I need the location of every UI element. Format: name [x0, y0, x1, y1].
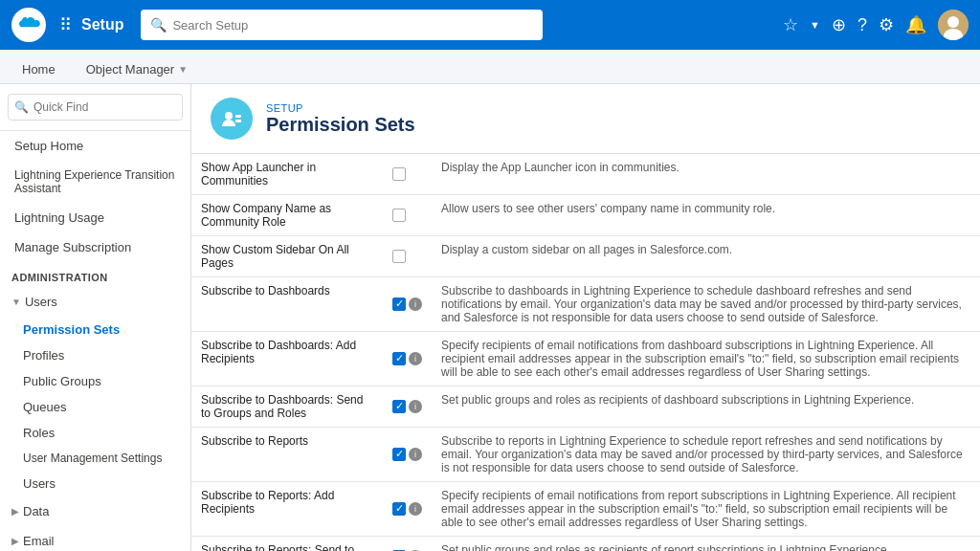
tab-bar: Home Object Manager ▼ — [0, 50, 980, 84]
permission-checkbox[interactable] — [392, 400, 406, 413]
permission-description: Specify recipients of email notification… — [432, 332, 980, 386]
sidebar-item-lightning-transition[interactable]: Lightning Experience Transition Assistan… — [0, 161, 190, 203]
permission-checkbox[interactable] — [392, 352, 406, 365]
sidebar-search-area: 🔍 — [0, 84, 190, 131]
permission-checkbox-cell: i — [383, 482, 432, 537]
permission-checkbox[interactable] — [392, 250, 406, 263]
permission-checkbox-cell — [383, 154, 432, 195]
sidebar-item-setup-home[interactable]: Setup Home — [0, 131, 190, 161]
table-row: Show Company Name as Community RoleAllow… — [191, 195, 980, 236]
sidebar-collapsible-email[interactable]: ▶ Email — [0, 526, 190, 551]
search-input[interactable] — [172, 18, 533, 33]
sidebar-item-lightning-usage[interactable]: Lightning Usage — [0, 203, 190, 232]
table-row: Subscribe to DashboardsiSubscribe to das… — [191, 277, 980, 332]
permission-description: Display the App Launcher icon in communi… — [432, 154, 980, 195]
chevron-down-icon: ▼ — [11, 297, 21, 307]
permission-name: Subscribe to Dashboards — [191, 277, 383, 332]
permission-name: Subscribe to Dashboards: Add Recipients — [191, 332, 383, 386]
sidebar-search-icon: 🔍 — [14, 100, 29, 114]
permission-description: Allow users to see other users' company … — [432, 195, 980, 236]
svg-rect-4 — [235, 115, 241, 118]
content-body: Show App Launcher in CommunitiesDisplay … — [191, 154, 980, 551]
permission-description: Subscribe to dashboards in Lightning Exp… — [432, 277, 980, 332]
permission-description: Specify recipients of email notification… — [432, 482, 980, 537]
sidebar-item-public-groups[interactable]: Public Groups — [0, 368, 190, 394]
sidebar-item-users[interactable]: Users — [0, 471, 190, 496]
star-icon[interactable]: ☆ — [783, 14, 798, 35]
sidebar-section-administration: ADMINISTRATION — [0, 262, 190, 287]
permission-checkbox[interactable] — [392, 209, 406, 222]
permission-description: Display a custom sidebar on all pages in… — [432, 236, 980, 277]
bell-icon[interactable]: 🔔 — [905, 14, 926, 35]
permissions-table: Show App Launcher in CommunitiesDisplay … — [191, 154, 980, 551]
app-title: Setup — [81, 16, 123, 33]
info-icon[interactable]: i — [409, 352, 422, 365]
info-icon[interactable]: i — [409, 400, 422, 413]
page-title: Permission Sets — [266, 114, 415, 136]
table-row: Show App Launcher in CommunitiesDisplay … — [191, 154, 980, 195]
sidebar-item-roles[interactable]: Roles — [0, 420, 190, 446]
salesforce-logo — [11, 8, 46, 42]
table-row: Subscribe to ReportsiSubscribe to report… — [191, 428, 980, 482]
permission-name: Subscribe to Dashboards: Send to Groups … — [191, 386, 383, 428]
permission-checkbox-cell: i — [383, 332, 432, 386]
table-row: Subscribe to Reports: Send to Groups and… — [191, 537, 980, 552]
chevron-right-icon: ▶ — [11, 506, 19, 517]
tab-object-manager[interactable]: Object Manager ▼ — [72, 55, 202, 83]
permission-checkbox-cell: i — [383, 428, 432, 482]
chevron-right-icon: ▶ — [11, 536, 19, 546]
permission-name: Subscribe to Reports: Add Recipients — [191, 482, 383, 537]
table-row: Subscribe to Dashboards: Add Recipientsi… — [191, 332, 980, 386]
content-area: SETUP Permission Sets Show App Launcher … — [191, 84, 980, 551]
info-icon[interactable]: i — [409, 502, 422, 516]
content-header: SETUP Permission Sets — [191, 84, 980, 154]
top-navigation: ⠿ Setup 🔍 ☆ ▼ ⊕ ? ⚙ 🔔 — [0, 0, 980, 50]
search-icon: 🔍 — [150, 17, 167, 33]
add-icon[interactable]: ⊕ — [832, 14, 846, 35]
permission-checkbox[interactable] — [392, 502, 406, 516]
help-icon[interactable]: ? — [858, 15, 867, 35]
permission-checkbox[interactable] — [392, 167, 406, 181]
star-dropdown-icon[interactable]: ▼ — [810, 19, 820, 31]
sidebar-item-permission-sets[interactable]: Permission Sets — [0, 317, 190, 342]
permission-checkbox-cell: i — [383, 386, 432, 428]
sidebar-collapsible-data[interactable]: ▶ Data — [0, 496, 190, 526]
sidebar-item-user-management-settings[interactable]: User Management Settings — [0, 446, 190, 471]
permission-description: Set public groups and roles as recipient… — [432, 537, 980, 552]
settings-icon[interactable]: ⚙ — [879, 14, 894, 35]
permission-checkbox[interactable] — [392, 298, 406, 311]
app-launcher-icon[interactable]: ⠿ — [59, 14, 72, 35]
permission-sets-icon — [211, 98, 253, 140]
info-icon[interactable]: i — [409, 448, 422, 461]
permission-checkbox-cell — [383, 195, 432, 236]
table-row: Subscribe to Dashboards: Send to Groups … — [191, 386, 980, 428]
permission-name: Show Company Name as Community Role — [191, 195, 383, 236]
permission-description: Subscribe to reports in Lightning Experi… — [432, 428, 980, 482]
permission-checkbox-cell: i — [383, 537, 432, 552]
search-bar[interactable]: 🔍 — [141, 10, 543, 40]
setup-label: SETUP — [266, 102, 415, 114]
info-icon[interactable]: i — [409, 298, 422, 311]
permission-name: Subscribe to Reports: Send to Groups and… — [191, 537, 383, 552]
svg-point-3 — [225, 112, 233, 120]
sidebar-item-manage-subscription[interactable]: Manage Subscription — [0, 232, 190, 262]
svg-point-1 — [947, 16, 959, 28]
permission-name: Show Custom Sidebar On All Pages — [191, 236, 383, 277]
sidebar: 🔍 Setup Home Lightning Experience Transi… — [0, 84, 191, 551]
sidebar-item-queues[interactable]: Queues — [0, 394, 190, 420]
permission-name: Subscribe to Reports — [191, 428, 383, 482]
permission-checkbox-cell: i — [383, 277, 432, 332]
permission-checkbox[interactable] — [392, 448, 406, 461]
sidebar-collapsible-users[interactable]: ▼ Users — [0, 287, 190, 317]
sidebar-item-profiles[interactable]: Profiles — [0, 342, 190, 368]
svg-rect-5 — [235, 120, 241, 122]
permission-name: Show App Launcher in Communities — [191, 154, 383, 195]
avatar[interactable] — [938, 10, 969, 40]
tab-home[interactable]: Home — [8, 55, 70, 83]
right-icons: ☆ ▼ ⊕ ? ⚙ 🔔 — [783, 10, 969, 40]
chevron-down-icon: ▼ — [178, 64, 188, 75]
permission-checkbox-cell — [383, 236, 432, 277]
main-layout: 🔍 Setup Home Lightning Experience Transi… — [0, 84, 980, 551]
table-row: Subscribe to Reports: Add RecipientsiSpe… — [191, 482, 980, 537]
sidebar-search-input[interactable] — [8, 94, 183, 121]
